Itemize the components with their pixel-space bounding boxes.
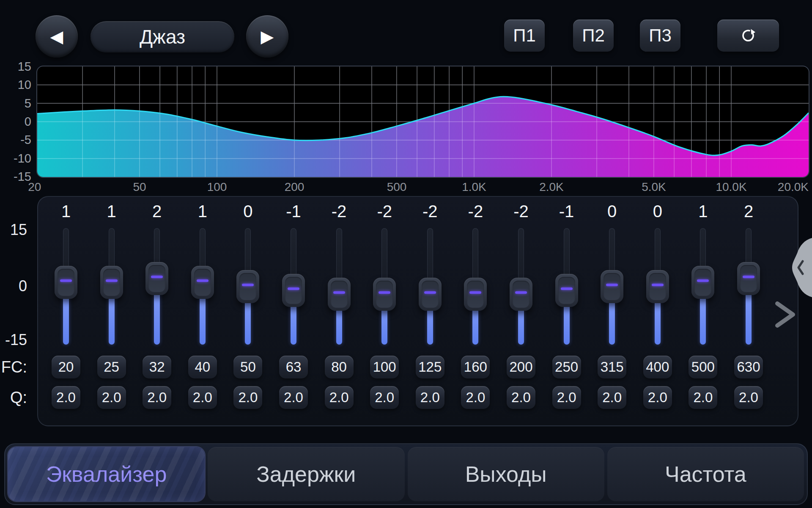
band-q-button[interactable]: 2.0 — [325, 386, 354, 409]
memory-preset-button-1[interactable]: П1 — [504, 19, 545, 52]
band-gain-value: -2 — [407, 202, 453, 221]
band-fc-button[interactable]: 32 — [143, 356, 171, 378]
band-fc-button[interactable]: 80 — [325, 356, 354, 378]
tab-2[interactable]: Задержки — [208, 447, 404, 501]
graph-x-tick: 20 — [28, 180, 41, 194]
band-gain-slider[interactable] — [316, 228, 362, 345]
band-q-button[interactable]: 2.0 — [552, 386, 581, 409]
eq-band-column: 15002.0 — [680, 197, 726, 425]
eq-band-column: -22002.0 — [498, 197, 544, 425]
eq-band-column: -21252.0 — [407, 197, 453, 425]
band-fc-button[interactable]: 25 — [97, 356, 126, 378]
band-fc-button[interactable]: 160 — [461, 356, 490, 378]
slider-thumb[interactable] — [510, 278, 532, 311]
next-bands-button[interactable] — [774, 301, 798, 329]
slider-thumb[interactable] — [601, 270, 623, 303]
band-gain-slider[interactable] — [589, 228, 635, 345]
eq-band-column: 04002.0 — [635, 197, 680, 425]
chevron-right-icon — [777, 304, 793, 326]
band-gain-slider[interactable] — [680, 228, 726, 345]
band-gain-slider[interactable] — [89, 228, 134, 345]
slider-thumb[interactable] — [100, 266, 123, 299]
band-fc-button[interactable]: 63 — [279, 356, 308, 378]
eq-band-column: 1252.0 — [89, 197, 134, 425]
graph-x-tick: 10.0K — [716, 180, 746, 194]
q-row-label: Q: — [0, 389, 27, 407]
slider-thumb[interactable] — [236, 270, 259, 303]
slider-thumb[interactable] — [328, 278, 351, 311]
slider-thumb[interactable] — [691, 266, 714, 299]
slider-thumb[interactable] — [145, 262, 168, 295]
side-drawer-handle[interactable] — [788, 237, 812, 298]
band-gain-slider[interactable] — [43, 228, 89, 345]
band-fc-button[interactable]: 125 — [416, 356, 444, 378]
slider-thumb[interactable] — [737, 262, 760, 295]
slider-thumb[interactable] — [555, 274, 578, 307]
dsp-equalizer-screen: ◀ Джаз ▶ П1П2П3 151050-5-10-15 205010020… — [0, 0, 812, 508]
band-q-button[interactable]: 2.0 — [233, 386, 262, 409]
band-q-button[interactable]: 2.0 — [370, 386, 399, 409]
band-gain-slider[interactable] — [362, 228, 407, 345]
band-fc-button[interactable]: 400 — [643, 356, 672, 378]
band-gain-slider[interactable] — [407, 228, 453, 345]
band-q-button[interactable]: 2.0 — [416, 386, 444, 409]
eq-band-column: 1402.0 — [180, 197, 225, 425]
band-fc-button[interactable]: 40 — [188, 356, 217, 378]
band-gain-value: 1 — [89, 202, 134, 221]
band-q-button[interactable]: 2.0 — [188, 386, 217, 409]
band-gain-value: -1 — [544, 202, 590, 221]
slider-thumb[interactable] — [373, 278, 396, 311]
slider-thumb[interactable] — [191, 266, 214, 299]
band-q-button[interactable]: 2.0 — [507, 386, 535, 409]
next-preset-button[interactable]: ▶ — [246, 15, 288, 58]
band-q-button[interactable]: 2.0 — [643, 386, 672, 409]
graph-y-tick: -15 — [0, 170, 31, 183]
reset-eq-button[interactable] — [717, 19, 779, 52]
band-q-button[interactable]: 2.0 — [143, 386, 171, 409]
band-fc-button[interactable]: 200 — [507, 356, 535, 378]
band-q-button[interactable]: 2.0 — [598, 386, 626, 409]
band-q-button[interactable]: 2.0 — [689, 386, 717, 409]
band-gain-slider[interactable] — [271, 228, 316, 345]
band-gain-slider[interactable] — [225, 228, 271, 345]
tab-1[interactable]: Эквалайзер — [8, 447, 205, 501]
slider-scale-max-label: 15 — [0, 221, 27, 239]
tab-3[interactable]: Выходы — [408, 447, 604, 501]
band-fc-button[interactable]: 50 — [233, 356, 262, 378]
slider-thumb[interactable] — [282, 274, 305, 307]
eq-band-column: 26302.0 — [726, 197, 771, 425]
band-fc-button[interactable]: 250 — [552, 356, 581, 378]
slider-thumb[interactable] — [464, 278, 487, 311]
slider-thumb[interactable] — [646, 270, 669, 303]
prev-preset-button[interactable]: ◀ — [36, 15, 78, 58]
band-gain-slider[interactable] — [453, 228, 498, 345]
memory-preset-button-2[interactable]: П2 — [573, 19, 614, 52]
graph-x-tick: 100 — [207, 180, 227, 194]
graph-x-tick: 500 — [387, 180, 407, 194]
band-q-button[interactable]: 2.0 — [52, 386, 80, 409]
band-fc-button[interactable]: 500 — [689, 356, 717, 378]
memory-preset-button-3[interactable]: П3 — [640, 19, 680, 52]
band-fc-button[interactable]: 20 — [52, 356, 80, 378]
band-gain-slider[interactable] — [544, 228, 590, 345]
slider-thumb[interactable] — [55, 266, 77, 299]
refresh-icon — [739, 27, 757, 44]
preset-selector[interactable]: Джаз — [91, 21, 234, 52]
tab-4[interactable]: Частота — [607, 447, 804, 501]
band-gain-slider[interactable] — [134, 228, 180, 345]
band-gain-slider[interactable] — [726, 228, 771, 345]
band-q-button[interactable]: 2.0 — [734, 386, 763, 409]
band-fc-button[interactable]: 630 — [734, 356, 763, 378]
band-q-button[interactable]: 2.0 — [279, 386, 308, 409]
slider-thumb[interactable] — [419, 278, 442, 311]
band-gain-slider[interactable] — [180, 228, 225, 345]
eq-response-chart — [37, 66, 809, 177]
band-q-button[interactable]: 2.0 — [461, 386, 490, 409]
band-gain-slider[interactable] — [635, 228, 680, 345]
eq-band-column: -12502.0 — [544, 197, 590, 425]
band-gain-slider[interactable] — [498, 228, 544, 345]
band-fc-button[interactable]: 315 — [598, 356, 626, 378]
graph-y-tick: -5 — [0, 133, 31, 146]
band-fc-button[interactable]: 100 — [370, 356, 399, 378]
band-q-button[interactable]: 2.0 — [97, 386, 126, 409]
